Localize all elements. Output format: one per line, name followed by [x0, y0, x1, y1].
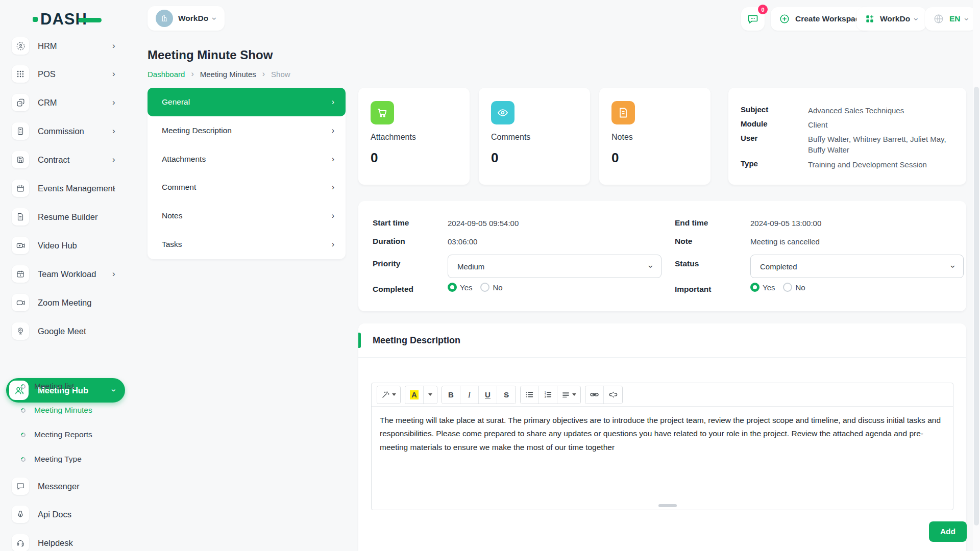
tab-general[interactable]: General ›	[148, 88, 346, 116]
status-select[interactable]: Completed ›	[750, 255, 964, 278]
breadcrumb-meeting-minutes[interactable]: Meeting Minutes	[200, 70, 256, 79]
app-switcher-label: WorkDo	[880, 14, 910, 23]
ordered-list-button[interactable]: 123	[539, 386, 557, 404]
sidebar-item-label: Resume Builder	[38, 212, 97, 222]
resize-handle[interactable]	[658, 504, 677, 507]
calendar-one-icon	[12, 265, 29, 283]
tab-tasks[interactable]: Tasks ›	[148, 230, 346, 259]
sidebar-item-helpdesk[interactable]: Helpdesk	[0, 532, 132, 551]
sidebar-item-team-workload[interactable]: Team Workload ›	[0, 263, 132, 285]
priority-label: Priority	[373, 259, 400, 268]
sidebar-item-messenger[interactable]: Messenger	[0, 475, 132, 497]
detail-row-type: Type Training and Development Session	[741, 159, 957, 170]
sidebar-item-commission[interactable]: Commission ›	[0, 120, 132, 142]
messages-button[interactable]: 0	[741, 7, 765, 31]
sidebar-item-label: Google Meet	[38, 327, 86, 336]
section-nav-card: General › Meeting Description › Attachme…	[148, 88, 346, 259]
tab-label: Comment	[162, 183, 196, 192]
underline-button[interactable]: U	[479, 386, 497, 404]
sidebar-item-api-docs[interactable]: Api Docs	[0, 503, 132, 525]
unordered-list-button[interactable]	[521, 386, 539, 404]
add-button[interactable]: Add	[929, 521, 967, 542]
chevron-down-icon: ›	[963, 17, 971, 20]
sidebar-subitem-label: Meeting Type	[34, 455, 82, 464]
vertical-scrollbar[interactable]	[973, 0, 980, 551]
style-group	[377, 386, 401, 404]
font-color-dropdown[interactable]	[424, 386, 437, 404]
status-label: Status	[675, 259, 699, 268]
chevron-right-icon: ›	[112, 69, 115, 79]
scrollbar-thumb[interactable]	[974, 87, 979, 525]
sidebar-item-resume-builder[interactable]: Resume Builder	[0, 206, 132, 228]
editor-content[interactable]: The meeting will take place at surat. Th…	[372, 407, 953, 511]
paragraph-align-button[interactable]	[557, 386, 580, 404]
hrm-icon	[12, 37, 29, 55]
sidebar-subitem-meeting-minutes[interactable]: Meeting Minutes	[0, 403, 132, 418]
completed-radio-group: Yes No	[448, 283, 503, 292]
tab-attachments[interactable]: Attachments ›	[148, 145, 346, 173]
breadcrumb-dashboard[interactable]: Dashboard	[148, 70, 185, 79]
bold-button[interactable]: B	[442, 386, 460, 404]
sidebar-item-google-meet[interactable]: Google Meet	[0, 320, 132, 342]
detail-label: Module	[741, 119, 808, 130]
sidebar-item-crm[interactable]: CRM ›	[0, 91, 132, 114]
sidebar-item-label: Events Management	[38, 184, 115, 193]
eye-icon	[491, 101, 514, 124]
tab-meeting-description[interactable]: Meeting Description ›	[148, 116, 346, 145]
crm-icon	[12, 94, 29, 111]
sidebar-subitem-meeting-reports[interactable]: Meeting Reports	[0, 427, 132, 442]
logo-dot	[33, 17, 38, 22]
important-no-radio[interactable]	[783, 283, 792, 292]
detail-label: Subject	[741, 105, 808, 116]
font-color-button[interactable]: A	[405, 386, 424, 404]
color-group: A	[405, 386, 437, 404]
language-selector[interactable]: EN ›	[925, 7, 976, 31]
tab-label: Tasks	[162, 240, 182, 249]
detail-value: Client	[808, 119, 957, 130]
magic-style-button[interactable]	[377, 386, 400, 404]
detail-row-subject: Subject Advanced Sales Techniques	[741, 105, 957, 116]
sidebar-item-pos[interactable]: POS ›	[0, 63, 132, 85]
important-yes-radio[interactable]	[750, 283, 760, 292]
completed-label: Completed	[373, 285, 413, 294]
breadcrumb: Dashboard › Meeting Minutes › Show	[148, 69, 290, 79]
stat-label: Comments	[491, 133, 530, 142]
sidebar-item-zoom-meeting[interactable]: Zoom Meeting	[0, 291, 132, 314]
sidebar-subitem-label: Meeting list	[34, 382, 74, 391]
description-title: Meeting Description	[373, 335, 460, 346]
meeting-info-card: Start time 2024-09-05 09:54:00 End time …	[358, 201, 966, 311]
workspace-selector[interactable]: WorkDo ›	[148, 6, 225, 31]
completed-yes-radio[interactable]	[448, 283, 457, 292]
italic-button[interactable]: I	[460, 386, 479, 404]
stat-value: 0	[611, 150, 619, 166]
tab-comment[interactable]: Comment ›	[148, 173, 346, 202]
tab-notes[interactable]: Notes ›	[148, 202, 346, 230]
tab-label: Meeting Description	[162, 126, 232, 135]
completed-no-radio[interactable]	[480, 283, 489, 292]
app-switcher-button[interactable]: WorkDo ›	[856, 7, 926, 31]
workspace-avatar	[156, 10, 173, 27]
sidebar-subitem-meeting-list[interactable]: Meeting list	[0, 379, 132, 394]
unlink-icon	[608, 390, 618, 399]
sidebar-item-contract[interactable]: Contract ›	[0, 148, 132, 171]
chat-bubble-icon	[747, 13, 759, 25]
detail-value: Advanced Sales Techniques	[808, 105, 957, 116]
strikethrough-button[interactable]: S	[497, 386, 516, 404]
editor-toolbar: A B I U S 123	[372, 383, 953, 407]
sidebar-item-label: POS	[38, 69, 56, 79]
priority-select[interactable]: Medium ›	[448, 255, 662, 278]
sidebar-item-hrm[interactable]: HRM ›	[0, 35, 132, 57]
sidebar-item-label: Commission	[38, 127, 84, 136]
insert-link-button[interactable]	[585, 386, 604, 404]
note-value: Meeting is cancelled	[750, 237, 820, 246]
important-label: Important	[675, 285, 711, 294]
chevron-down-icon: ›	[210, 17, 219, 20]
unlink-button[interactable]	[604, 386, 622, 404]
chevron-right-icon: ›	[112, 41, 115, 51]
sidebar-item-events-management[interactable]: Events Management ›	[0, 177, 132, 199]
sidebar-item-video-hub[interactable]: Video Hub	[0, 234, 132, 257]
detail-label: User	[741, 134, 808, 155]
workspace-name: WorkDo	[178, 14, 208, 23]
caret-icon	[392, 393, 396, 396]
sidebar-subitem-meeting-type[interactable]: Meeting Type	[0, 452, 132, 467]
